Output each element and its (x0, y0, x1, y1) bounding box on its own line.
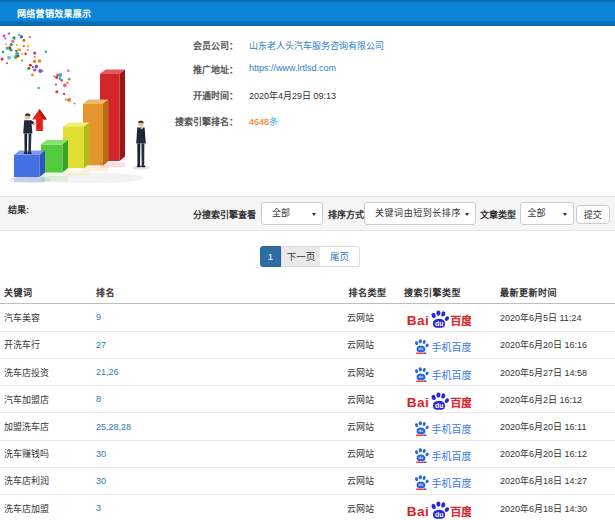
svg-text:手机百度: 手机百度 (431, 450, 471, 462)
svg-text:du: du (435, 402, 443, 409)
svg-text:Bai: Bai (407, 395, 429, 410)
svg-text:du: du (418, 374, 422, 379)
svg-text:du: du (418, 456, 422, 461)
svg-text:Bai: Bai (407, 503, 429, 518)
svg-text:百度: 百度 (450, 396, 471, 409)
svg-text:du: du (418, 428, 422, 433)
svg-text:du: du (418, 347, 422, 352)
svg-text:du: du (435, 320, 443, 327)
svg-text:手机百度: 手机百度 (431, 477, 471, 489)
svg-text:Bai: Bai (407, 313, 429, 328)
svg-text:手机百度: 手机百度 (431, 423, 471, 435)
svg-text:du: du (418, 483, 422, 488)
svg-text:百度: 百度 (450, 314, 471, 327)
svg-text:手机百度: 手机百度 (431, 368, 471, 380)
svg-text:du: du (435, 511, 443, 518)
svg-text:手机百度: 手机百度 (431, 341, 471, 353)
svg-text:百度: 百度 (450, 505, 471, 518)
